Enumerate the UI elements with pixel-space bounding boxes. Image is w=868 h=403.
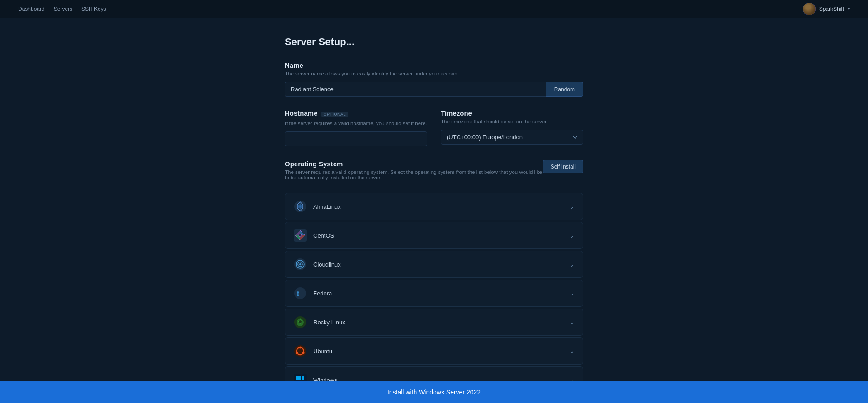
os-desc: The server requires a valid operating sy… (285, 169, 543, 180)
ubuntu-chevron: ⌄ (569, 347, 575, 355)
centos-name: CentOS (313, 232, 334, 239)
cloudlinux-icon (293, 258, 307, 271)
nav-servers[interactable]: Servers (54, 6, 72, 12)
fedora-name: Fedora (313, 290, 332, 297)
name-input-row: Random (285, 82, 583, 97)
hostname-section: Hostname OPTIONAL If the server requires… (285, 109, 427, 146)
svg-text:f: f (297, 290, 300, 297)
random-button[interactable]: Random (546, 82, 583, 97)
almalinux-chevron: ⌄ (569, 203, 575, 210)
rocky-linux-chevron: ⌄ (569, 319, 575, 326)
self-install-button[interactable]: Self Install (543, 160, 583, 173)
name-label: Name (285, 61, 583, 69)
fedora-chevron: ⌄ (569, 290, 575, 297)
hostname-input[interactable] (285, 131, 427, 146)
os-item-almalinux[interactable]: AlmaLinux ⌄ (285, 193, 583, 220)
avatar (803, 3, 816, 15)
svg-point-2 (299, 234, 302, 237)
page-title: Server Setup... (285, 36, 583, 48)
main-content: Server Setup... Name The server name all… (276, 18, 592, 403)
os-section: Operating System The server requires a v… (285, 160, 583, 394)
svg-rect-18 (302, 376, 304, 380)
name-desc: The server name allows you to easily ide… (285, 71, 583, 76)
os-item-cloudlinux[interactable]: Cloudlinux ⌄ (285, 251, 583, 278)
svg-point-14 (296, 352, 298, 354)
almalinux-name: AlmaLinux (313, 203, 341, 210)
ubuntu-icon (293, 344, 307, 358)
timezone-label: Timezone (441, 109, 583, 117)
os-item-fedora[interactable]: f Fedora ⌄ (285, 280, 583, 307)
os-item-rocky-linux[interactable]: Rocky Linux ⌄ (285, 309, 583, 336)
name-section: Name The server name allows you to easil… (285, 61, 583, 97)
hostname-timezone-row: Hostname OPTIONAL If the server requires… (285, 109, 583, 146)
user-dropdown-icon: ▾ (848, 6, 850, 11)
install-button-label: Install with Windows Server 2022 (387, 389, 481, 396)
os-header-left: Operating System The server requires a v… (285, 160, 543, 186)
svg-point-10 (299, 320, 302, 323)
nav-dashboard[interactable]: Dashboard (18, 6, 45, 12)
almalinux-icon (293, 200, 307, 213)
os-header-row: Operating System The server requires a v… (285, 160, 583, 186)
svg-point-13 (299, 347, 302, 349)
timezone-desc: The timezone that should be set on the s… (441, 119, 583, 124)
hostname-desc: If the server requires a valid hostname,… (285, 121, 427, 126)
rocky-linux-name: Rocky Linux (313, 319, 345, 326)
name-input[interactable] (285, 82, 546, 97)
username: SparkShift (819, 6, 844, 12)
centos-chevron: ⌄ (569, 232, 575, 239)
timezone-section: Timezone The timezone that should be set… (441, 109, 583, 146)
timezone-select[interactable]: (UTC+00:00) Europe/London (441, 130, 583, 145)
user-menu[interactable]: SparkShift ▾ (803, 3, 850, 15)
nav-ssh-keys[interactable]: SSH Keys (81, 6, 106, 12)
svg-rect-17 (296, 376, 301, 380)
cloudlinux-name: Cloudlinux (313, 261, 341, 268)
nav-links: Dashboard Servers SSH Keys (18, 6, 106, 12)
optional-badge: OPTIONAL (321, 112, 349, 117)
os-list: AlmaLinux ⌄ (285, 193, 583, 394)
rocky-linux-icon (293, 315, 307, 329)
os-label: Operating System (285, 160, 543, 168)
svg-point-15 (302, 352, 305, 354)
cloudlinux-chevron: ⌄ (569, 261, 575, 268)
os-item-ubuntu[interactable]: Ubuntu ⌄ (285, 337, 583, 365)
ubuntu-name: Ubuntu (313, 348, 332, 355)
install-bar[interactable]: Install with Windows Server 2022 (0, 381, 868, 403)
fedora-icon: f (293, 286, 307, 300)
os-item-centos[interactable]: CentOS ⌄ (285, 222, 583, 249)
hostname-label-row: Hostname OPTIONAL (285, 109, 427, 119)
navbar: Dashboard Servers SSH Keys SparkShift ▾ (0, 0, 868, 18)
centos-icon (293, 229, 307, 242)
svg-point-7 (294, 287, 306, 299)
hostname-label: Hostname (285, 109, 318, 117)
